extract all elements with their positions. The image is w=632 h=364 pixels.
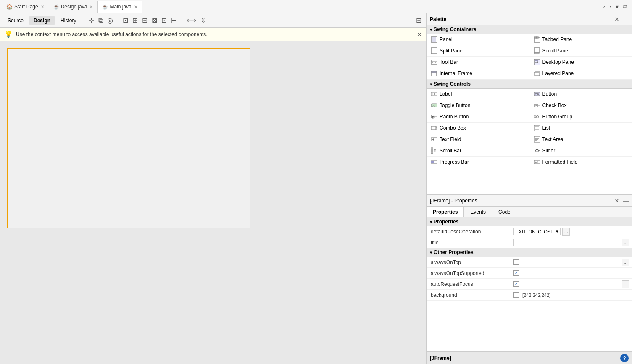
text-field-label: Text Field — [440, 136, 461, 142]
tab-history[interactable]: History — [56, 16, 80, 25]
prop-row-background: background [242,242,242] — [427, 290, 632, 301]
split-pane-icon — [431, 47, 437, 54]
slider-label: Slider — [542, 148, 556, 154]
tool-bar-label: Tool Bar — [440, 59, 458, 65]
main-layout: Source Design History ⊹ ⧉ ◎ ⊡ ⊞ ⊟ ⊠ ⊡ ⊢ … — [0, 13, 632, 364]
props-tab-properties[interactable]: Properties — [427, 207, 464, 217]
auto-request-focus-checkbox[interactable] — [514, 281, 519, 287]
layered-pane-label: Layered Pane — [542, 71, 574, 76]
swing-controls-header[interactable]: ▾ Swing Controls — [427, 80, 632, 89]
align-top-icon[interactable]: ⊡ — [160, 16, 168, 25]
palette-text-field[interactable]: Text Field — [427, 134, 529, 145]
palette-progress-bar[interactable]: Progress Bar — [427, 157, 529, 168]
align-bottom-icon[interactable]: ⊢ — [170, 16, 178, 25]
tab-start-page[interactable]: 🏠 Start Page ✕ — [2, 1, 49, 13]
tab-main-java[interactable]: ☕ Main.java ✕ — [97, 1, 142, 13]
separator3 — [182, 17, 182, 24]
svg-rect-19 — [431, 71, 437, 73]
svg-point-35 — [535, 116, 535, 117]
always-on-top-checkbox[interactable] — [514, 259, 519, 265]
align-mid-icon[interactable]: ⊟ — [141, 16, 149, 25]
align-right-icon[interactable]: ⊠ — [150, 16, 158, 25]
palette-pin-button[interactable]: — — [623, 16, 629, 23]
copy-icon[interactable]: ⧉ — [97, 16, 104, 25]
props-tab-events[interactable]: Events — [464, 207, 492, 217]
align-center-icon[interactable]: ⊞ — [131, 16, 139, 25]
props-close-button[interactable]: ✕ — [614, 197, 619, 204]
default-close-ellipsis[interactable]: … — [562, 228, 570, 236]
palette-scroll-bar[interactable]: ⇕ Scroll Bar — [427, 145, 529, 157]
properties-section-header[interactable]: ▾ Properties — [427, 217, 632, 226]
props-pin-button[interactable]: — — [623, 197, 629, 204]
separator — [84, 17, 84, 24]
palette-toggle-button[interactable]: ON Toggle Button — [427, 100, 529, 111]
props-title: [JFrame] - Properties — [430, 198, 614, 204]
palette-button[interactable]: OK Button — [529, 89, 632, 100]
right-panel: Palette ✕ — ▾ Swing Containers Panel — [426, 13, 632, 364]
svg-text:✓: ✓ — [535, 104, 538, 107]
always-on-top-supported-checkbox[interactable] — [514, 270, 519, 276]
button-group-label: Button Group — [542, 114, 572, 120]
scroll-bar-label: Scroll Bar — [440, 148, 461, 154]
palette-split-pane[interactable]: Split Pane — [427, 45, 529, 57]
title-ellipsis[interactable]: … — [622, 239, 629, 246]
tab-label: Main.java — [110, 4, 131, 10]
h-space-icon[interactable]: ⟺ — [185, 16, 198, 25]
palette-text-area[interactable]: Text Area — [529, 134, 632, 145]
palette-list[interactable]: List — [529, 123, 632, 134]
containers-arrow-icon: ▾ — [430, 27, 432, 32]
swing-containers-header[interactable]: ▾ Swing Containers — [427, 25, 632, 34]
always-on-top-ellipsis[interactable]: … — [622, 259, 629, 266]
nav-window-icon[interactable]: ⧉ — [621, 2, 629, 11]
palette-tabbed-pane[interactable]: Tabbed Pane — [529, 34, 632, 45]
palette-formatted-field[interactable]: ## Formatted Field — [529, 157, 632, 168]
default-close-dropdown[interactable]: EXIT_ON_CLOSE ▾ — [514, 228, 561, 235]
tab-design[interactable]: Design — [29, 16, 55, 25]
canvas-area[interactable] — [0, 41, 426, 364]
palette-radio-button[interactable]: Radio Button — [427, 111, 529, 123]
info-close-button[interactable]: ✕ — [417, 31, 422, 38]
other-properties-section-header[interactable]: ▾ Other Properties — [427, 248, 632, 257]
palette-layered-pane[interactable]: Layered Pane — [529, 68, 632, 79]
palette-internal-frame[interactable]: Internal Frame — [427, 68, 529, 79]
props-tab-code[interactable]: Code — [492, 207, 517, 217]
v-space-icon[interactable]: ⇳ — [199, 16, 207, 25]
palette-desktop-pane[interactable]: Desktop Pane — [529, 57, 632, 68]
palette-close-button[interactable]: ✕ — [614, 16, 619, 23]
tab-source[interactable]: Source — [3, 16, 28, 25]
select-tool-icon[interactable]: ⊹ — [87, 16, 95, 25]
palette-scroll-pane[interactable]: Scroll Pane — [529, 45, 632, 57]
tab-close-main[interactable]: ✕ — [134, 5, 137, 9]
palette-combo-box[interactable]: ▾ Combo Box — [427, 123, 529, 134]
tab-design-java[interactable]: ☕ Design.java ✕ — [49, 1, 98, 13]
palette-tool-bar[interactable]: Tool Bar — [427, 57, 529, 68]
design-tab-label: Design — [34, 18, 50, 24]
nav-next-icon[interactable]: › — [608, 3, 613, 11]
title-text-input[interactable] — [514, 239, 620, 246]
palette-title: Palette — [430, 16, 614, 22]
props-help-button[interactable]: ? — [620, 354, 629, 362]
grid-icon[interactable]: ⊞ — [415, 16, 423, 25]
palette-button-group[interactable]: Button Group — [529, 111, 632, 123]
nav-prev-icon[interactable]: ‹ — [602, 3, 607, 11]
palette-check-box[interactable]: ✓ Check Box — [529, 100, 632, 111]
design-frame[interactable] — [7, 48, 250, 228]
auto-request-focus-ellipsis[interactable]: … — [622, 280, 629, 288]
tab-close-design[interactable]: ✕ — [90, 5, 93, 9]
palette-slider[interactable]: Slider — [529, 145, 632, 157]
palette-panel[interactable]: Panel — [427, 34, 529, 45]
tab-close-start[interactable]: ✕ — [41, 5, 44, 9]
nav-dropdown-icon[interactable]: ▾ — [614, 3, 620, 11]
svg-rect-2 — [534, 38, 540, 42]
props-tab-events-label: Events — [470, 209, 486, 215]
align-left-icon[interactable]: ⊡ — [121, 16, 129, 25]
swing-containers-label: Swing Containers — [434, 26, 476, 32]
list-icon — [534, 125, 540, 131]
props-section-label: Properties — [434, 219, 458, 225]
preview-icon[interactable]: ◎ — [106, 16, 114, 25]
background-checkbox[interactable] — [514, 292, 519, 298]
desktop-pane-icon — [534, 59, 540, 65]
svg-text:⇕: ⇕ — [434, 149, 437, 152]
palette-body: ▾ Swing Containers Panel Tabbed Pane — [427, 25, 632, 194]
palette-label[interactable]: lbl Label — [427, 89, 529, 100]
